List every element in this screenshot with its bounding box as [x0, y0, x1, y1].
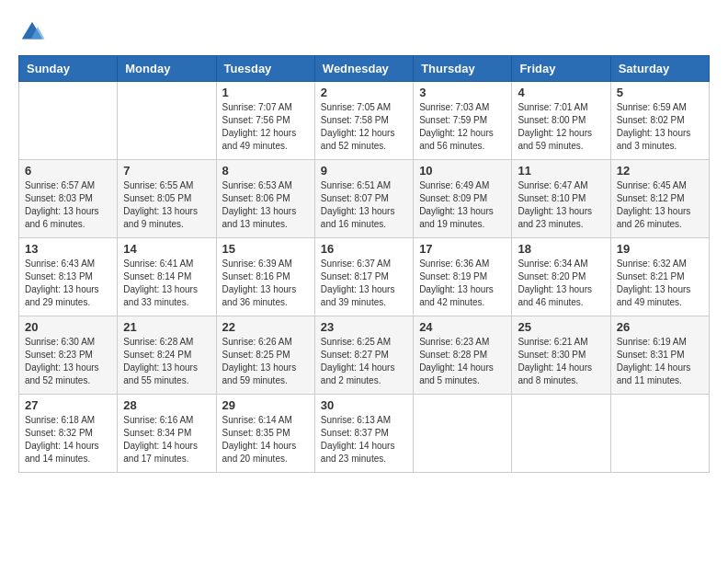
day-number: 15: [222, 242, 309, 256]
day-info: Sunrise: 7:05 AM Sunset: 7:58 PM Dayligh…: [321, 101, 407, 153]
calendar-cell: 8Sunrise: 6:53 AM Sunset: 8:06 PM Daylig…: [216, 160, 314, 238]
day-number: 17: [419, 242, 506, 256]
calendar-cell: 5Sunrise: 6:59 AM Sunset: 8:02 PM Daylig…: [610, 82, 709, 160]
day-info: Sunrise: 6:32 AM Sunset: 8:21 PM Dayligh…: [617, 258, 703, 309]
day-number: 29: [222, 398, 309, 412]
page-header: [18, 18, 710, 46]
day-info: Sunrise: 6:36 AM Sunset: 8:19 PM Dayligh…: [419, 258, 506, 309]
calendar-cell: 9Sunrise: 6:51 AM Sunset: 8:07 PM Daylig…: [314, 160, 413, 238]
calendar-cell: 29Sunrise: 6:14 AM Sunset: 8:35 PM Dayli…: [216, 395, 314, 473]
calendar-header-tuesday: Tuesday: [216, 56, 314, 82]
day-info: Sunrise: 7:03 AM Sunset: 7:59 PM Dayligh…: [419, 101, 506, 153]
calendar-cell: 17Sunrise: 6:36 AM Sunset: 8:19 PM Dayli…: [414, 238, 512, 316]
calendar-cell: 20Sunrise: 6:30 AM Sunset: 8:23 PM Dayli…: [19, 316, 118, 395]
calendar-header-sunday: Sunday: [19, 56, 118, 82]
calendar-cell: 19Sunrise: 6:32 AM Sunset: 8:21 PM Dayli…: [610, 238, 709, 316]
day-info: Sunrise: 6:25 AM Sunset: 8:27 PM Dayligh…: [321, 336, 407, 387]
calendar-week-1: 1Sunrise: 7:07 AM Sunset: 7:56 PM Daylig…: [19, 82, 710, 160]
day-number: 19: [617, 242, 703, 256]
day-info: Sunrise: 6:43 AM Sunset: 8:13 PM Dayligh…: [25, 258, 111, 309]
day-info: Sunrise: 6:21 AM Sunset: 8:30 PM Dayligh…: [518, 336, 604, 387]
day-number: 20: [25, 320, 111, 334]
calendar-cell: 25Sunrise: 6:21 AM Sunset: 8:30 PM Dayli…: [512, 316, 610, 395]
day-info: Sunrise: 7:01 AM Sunset: 8:00 PM Dayligh…: [518, 101, 604, 153]
calendar-cell: 6Sunrise: 6:57 AM Sunset: 8:03 PM Daylig…: [19, 160, 118, 238]
calendar-cell: 26Sunrise: 6:19 AM Sunset: 8:31 PM Dayli…: [610, 316, 709, 395]
day-number: 22: [222, 320, 309, 334]
day-number: 27: [25, 398, 111, 412]
day-number: 3: [419, 86, 506, 99]
day-number: 14: [123, 242, 210, 256]
calendar-cell: 30Sunrise: 6:13 AM Sunset: 8:37 PM Dayli…: [314, 395, 413, 473]
calendar-cell: 16Sunrise: 6:37 AM Sunset: 8:17 PM Dayli…: [314, 238, 413, 316]
calendar-cell: 23Sunrise: 6:25 AM Sunset: 8:27 PM Dayli…: [314, 316, 413, 395]
calendar-header-monday: Monday: [118, 56, 216, 82]
day-info: Sunrise: 6:37 AM Sunset: 8:17 PM Dayligh…: [321, 258, 407, 309]
calendar-cell: 12Sunrise: 6:45 AM Sunset: 8:12 PM Dayli…: [610, 160, 709, 238]
day-info: Sunrise: 6:28 AM Sunset: 8:24 PM Dayligh…: [123, 336, 210, 387]
day-info: Sunrise: 6:47 AM Sunset: 8:10 PM Dayligh…: [518, 179, 604, 231]
day-number: 9: [321, 164, 407, 178]
day-number: 16: [321, 242, 407, 256]
calendar-cell: 2Sunrise: 7:05 AM Sunset: 7:58 PM Daylig…: [314, 82, 413, 160]
calendar-cell: 7Sunrise: 6:55 AM Sunset: 8:05 PM Daylig…: [118, 160, 216, 238]
day-number: 21: [123, 320, 210, 334]
calendar-cell: 10Sunrise: 6:49 AM Sunset: 8:09 PM Dayli…: [414, 160, 512, 238]
day-number: 7: [123, 164, 210, 178]
day-info: Sunrise: 6:34 AM Sunset: 8:20 PM Dayligh…: [518, 258, 604, 309]
day-info: Sunrise: 6:26 AM Sunset: 8:25 PM Dayligh…: [222, 336, 309, 387]
calendar-cell: 13Sunrise: 6:43 AM Sunset: 8:13 PM Dayli…: [19, 238, 118, 316]
calendar-cell: [118, 82, 216, 160]
day-info: Sunrise: 6:45 AM Sunset: 8:12 PM Dayligh…: [617, 179, 703, 231]
calendar-table: SundayMondayTuesdayWednesdayThursdayFrid…: [18, 55, 710, 473]
calendar-cell: [610, 395, 709, 473]
calendar-header-wednesday: Wednesday: [314, 56, 413, 82]
day-info: Sunrise: 6:19 AM Sunset: 8:31 PM Dayligh…: [617, 336, 703, 387]
calendar-cell: 14Sunrise: 6:41 AM Sunset: 8:14 PM Dayli…: [118, 238, 216, 316]
day-info: Sunrise: 6:39 AM Sunset: 8:16 PM Dayligh…: [222, 258, 309, 309]
day-number: 5: [617, 86, 703, 99]
day-number: 2: [321, 86, 407, 99]
day-number: 18: [518, 242, 604, 256]
day-info: Sunrise: 6:14 AM Sunset: 8:35 PM Dayligh…: [222, 414, 309, 465]
calendar-cell: [19, 82, 118, 160]
day-number: 13: [25, 242, 111, 256]
day-info: Sunrise: 6:30 AM Sunset: 8:23 PM Dayligh…: [25, 336, 111, 387]
calendar-cell: 3Sunrise: 7:03 AM Sunset: 7:59 PM Daylig…: [414, 82, 512, 160]
logo-icon: [18, 18, 46, 46]
day-info: Sunrise: 6:57 AM Sunset: 8:03 PM Dayligh…: [25, 179, 111, 231]
day-number: 11: [518, 164, 604, 178]
day-number: 10: [419, 164, 506, 178]
day-number: 12: [617, 164, 703, 178]
calendar-cell: 22Sunrise: 6:26 AM Sunset: 8:25 PM Dayli…: [216, 316, 314, 395]
day-info: Sunrise: 7:07 AM Sunset: 7:56 PM Dayligh…: [222, 101, 309, 153]
day-number: 26: [617, 320, 703, 334]
day-info: Sunrise: 6:16 AM Sunset: 8:34 PM Dayligh…: [123, 414, 210, 465]
calendar-cell: 18Sunrise: 6:34 AM Sunset: 8:20 PM Dayli…: [512, 238, 610, 316]
day-info: Sunrise: 6:18 AM Sunset: 8:32 PM Dayligh…: [25, 414, 111, 465]
day-number: 25: [518, 320, 604, 334]
calendar-cell: 28Sunrise: 6:16 AM Sunset: 8:34 PM Dayli…: [118, 395, 216, 473]
calendar-cell: [512, 395, 610, 473]
calendar-week-2: 6Sunrise: 6:57 AM Sunset: 8:03 PM Daylig…: [19, 160, 710, 238]
calendar-cell: [414, 395, 512, 473]
day-info: Sunrise: 6:23 AM Sunset: 8:28 PM Dayligh…: [419, 336, 506, 387]
day-number: 28: [123, 398, 210, 412]
day-info: Sunrise: 6:13 AM Sunset: 8:37 PM Dayligh…: [321, 414, 407, 465]
calendar-header-saturday: Saturday: [610, 56, 709, 82]
calendar-header-row: SundayMondayTuesdayWednesdayThursdayFrid…: [19, 56, 710, 82]
calendar-cell: 24Sunrise: 6:23 AM Sunset: 8:28 PM Dayli…: [414, 316, 512, 395]
day-info: Sunrise: 6:41 AM Sunset: 8:14 PM Dayligh…: [123, 258, 210, 309]
day-info: Sunrise: 6:53 AM Sunset: 8:06 PM Dayligh…: [222, 179, 309, 231]
calendar-cell: 11Sunrise: 6:47 AM Sunset: 8:10 PM Dayli…: [512, 160, 610, 238]
calendar-cell: 4Sunrise: 7:01 AM Sunset: 8:00 PM Daylig…: [512, 82, 610, 160]
day-number: 1: [222, 86, 309, 99]
calendar-week-4: 20Sunrise: 6:30 AM Sunset: 8:23 PM Dayli…: [19, 316, 710, 395]
day-number: 30: [321, 398, 407, 412]
calendar-week-5: 27Sunrise: 6:18 AM Sunset: 8:32 PM Dayli…: [19, 395, 710, 473]
day-number: 23: [321, 320, 407, 334]
logo: [18, 18, 50, 46]
calendar-cell: 27Sunrise: 6:18 AM Sunset: 8:32 PM Dayli…: [19, 395, 118, 473]
day-info: Sunrise: 6:51 AM Sunset: 8:07 PM Dayligh…: [321, 179, 407, 231]
calendar-header-thursday: Thursday: [414, 56, 512, 82]
